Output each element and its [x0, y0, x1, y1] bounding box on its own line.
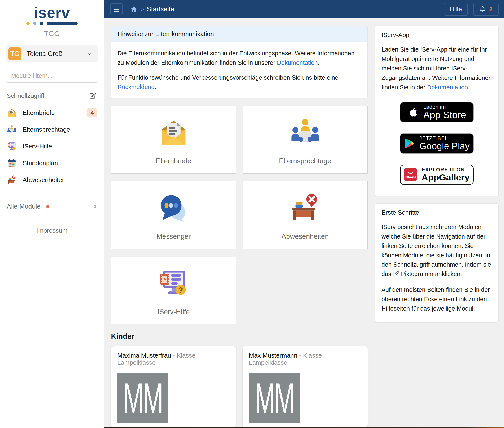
iserv-logo-dots	[0, 22, 104, 25]
app-panel-text: Laden Sie die IServ-App für eine für Ihr…	[382, 45, 492, 92]
help-monitor-icon	[7, 141, 17, 151]
edit-quick-access-button[interactable]	[89, 92, 96, 99]
notifications-button[interactable]: 2	[473, 3, 499, 16]
absence-desk-icon	[289, 192, 321, 224]
sidebar-divider	[7, 195, 98, 195]
module-card-iserv-hilfe[interactable]: IServ-Hilfe	[111, 256, 236, 324]
module-filter-input[interactable]	[6, 69, 98, 82]
meeting-icon	[7, 124, 17, 135]
home-icon	[130, 5, 138, 13]
user-menu[interactable]: TG Teletta Groß	[6, 45, 98, 62]
breadcrumb: Startseite	[147, 5, 174, 13]
main-area: » Startseite Hilfe 2 Hinweise zur Eltern…	[104, 0, 504, 428]
calendar-icon	[7, 158, 17, 168]
edit-pencil-icon	[89, 92, 96, 99]
quick-access-label: Schnellzugriff	[7, 92, 89, 99]
notification-count: 2	[489, 6, 493, 13]
google-play-icon	[404, 138, 415, 149]
steps-paragraph-2: Auf den meisten Seiten finden Sie in der…	[382, 285, 492, 313]
absence-desk-icon	[7, 175, 17, 185]
documentation-link[interactable]: Dokumentation	[277, 59, 318, 66]
sidebar-item-iserv-hilfe[interactable]: IServ-Hilfe	[0, 138, 104, 155]
child-card-title: Maxima Musterfrau - Klasse Lämpelklasse	[117, 352, 230, 366]
envelope-letter-icon	[7, 108, 17, 118]
content: Hinweise zur Elternkommunikation Die Elt…	[104, 18, 504, 428]
app-store-badge[interactable]: Laden imApp Store	[400, 102, 474, 122]
apple-icon	[408, 106, 419, 118]
steps-panel-title: Erste Schritte	[382, 209, 492, 216]
quick-access-header: Schnellzugriff	[7, 92, 96, 99]
iserv-logo[interactable]: iserv TGG	[0, 5, 104, 38]
user-name: Teletta Groß	[27, 50, 87, 58]
chevron-down-icon	[87, 51, 93, 57]
iserv-app-panel: IServ-App Laden Sie die IServ-App für ei…	[375, 26, 499, 196]
envelope-letter-icon	[158, 117, 189, 148]
store-badges: Laden imApp Store JETZT BEIGoogle Play	[382, 102, 492, 185]
breadcrumb-separator: »	[141, 5, 144, 13]
bell-icon	[479, 6, 486, 13]
help-button[interactable]: Hilfe	[444, 3, 468, 16]
first-steps-panel: Erste Schritte IServ besteht aus mehrere…	[375, 203, 499, 322]
all-modules-link[interactable]: Alle Module	[0, 203, 104, 210]
module-card-grid: Elternbriefe Elternsprechtage Messenger …	[111, 106, 368, 324]
quick-access-nav: Elternbriefe 4 Elternsprechtage IServ-Hi…	[0, 104, 104, 188]
steps-paragraph-1: IServ besteht aus mehreren Modulen welch…	[382, 222, 492, 279]
chevron-right-icon	[92, 203, 98, 210]
help-monitor-icon	[157, 267, 190, 299]
module-card-abwesenheiten[interactable]: Abwesenheiten	[243, 181, 368, 249]
app-gallery-badge[interactable]: HUAWEI EXPLORE IT ONAppGallery	[400, 165, 474, 185]
notice-paragraph-2: Für Funktionswünsche und Verbesserungsvo…	[118, 73, 361, 92]
app-documentation-link[interactable]: Dokumentation	[427, 84, 468, 91]
module-card-elternsprechtage[interactable]: Elternsprechtage	[243, 106, 368, 173]
parent-communication-notice: Hinweise zur Elternkommunikation Die Elt…	[111, 26, 368, 98]
menu-toggle-button[interactable]	[110, 3, 122, 15]
child-avatar-placeholder: MM	[117, 373, 168, 423]
sidebar-item-elternsprechtage[interactable]: Elternsprechtage	[0, 121, 104, 138]
chat-bubbles-icon	[158, 192, 189, 224]
feedback-link[interactable]: Rückmeldung	[118, 84, 155, 90]
child-card-max[interactable]: Max Mustermann - Klasse Lämpelklasse MM	[243, 346, 368, 427]
module-card-elternbriefe[interactable]: Elternbriefe	[111, 106, 236, 173]
notification-dot	[46, 205, 49, 208]
module-card-messenger[interactable]: Messenger	[111, 181, 236, 249]
iserv-app-window: iserv TGG TG Teletta Groß Schnellzugriff…	[0, 0, 504, 428]
bottom-edge-strip	[104, 427, 504, 428]
home-breadcrumb-icon[interactable]	[130, 5, 138, 13]
iserv-logo-text: iserv	[0, 5, 104, 20]
center-column: Hinweise zur Elternkommunikation Die Elt…	[111, 26, 368, 428]
app-panel-title: IServ-App	[382, 32, 492, 39]
child-card-maxima[interactable]: Maxima Musterfrau - Klasse Lämpelklasse …	[111, 346, 236, 427]
child-avatar-placeholder: MM	[249, 373, 300, 423]
notice-paragraph-1: Die Elternkommunikation befindet sich in…	[118, 49, 361, 67]
children-card-grid: Maxima Musterfrau - Klasse Lämpelklasse …	[111, 346, 368, 427]
imprint-link[interactable]: Impressum	[0, 227, 104, 234]
school-abbreviation: TGG	[0, 30, 104, 38]
google-play-badge[interactable]: JETZT BEIGoogle Play	[400, 133, 474, 154]
children-section-title: Kinder	[111, 332, 368, 340]
edit-pencil-icon	[393, 271, 399, 277]
sidebar-item-elternbriefe[interactable]: Elternbriefe 4	[0, 104, 104, 121]
right-column: IServ-App Laden Sie die IServ-App für ei…	[375, 26, 499, 428]
meeting-icon	[289, 117, 321, 148]
sidebar: iserv TGG TG Teletta Groß Schnellzugriff…	[0, 0, 104, 428]
huawei-appgallery-icon: HUAWEI	[404, 168, 417, 181]
unread-count-badge: 4	[87, 108, 97, 117]
topbar: » Startseite Hilfe 2	[104, 0, 504, 18]
notice-title: Hinweise zur Elternkommunikation	[111, 26, 368, 42]
sidebar-item-stundenplan[interactable]: Stundenplan	[0, 155, 104, 172]
child-card-title: Max Mustermann - Klasse Lämpelklasse	[249, 352, 361, 366]
sidebar-item-abwesenheiten[interactable]: Abwesenheiten	[0, 172, 104, 188]
notice-body: Die Elternkommunikation befindet sich in…	[111, 42, 368, 98]
user-avatar: TG	[8, 47, 21, 60]
